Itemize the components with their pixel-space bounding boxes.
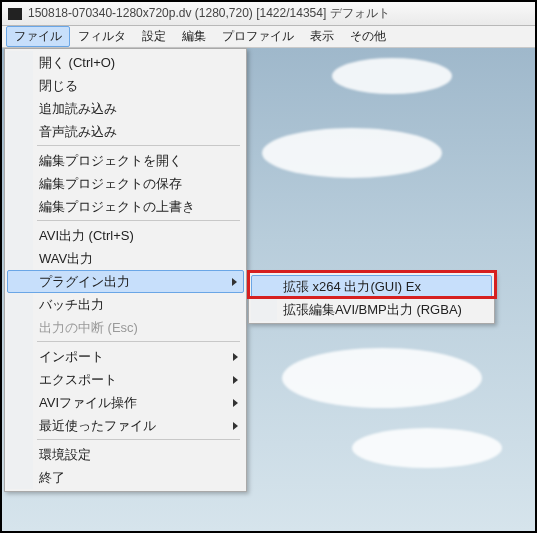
menu-item-label: 最近使ったファイル <box>39 417 156 435</box>
submenu-item-rgba[interactable]: 拡張編集AVI/BMP出力 (RGBA) <box>251 298 492 321</box>
menu-filter[interactable]: フィルタ <box>70 26 134 47</box>
submenu-arrow-icon <box>232 278 237 286</box>
menu-item-exit[interactable]: 終了 <box>7 466 244 489</box>
cloud-decoration <box>262 128 442 178</box>
menu-item-label: 編集プロジェクトを開く <box>39 152 182 170</box>
menu-filter-label: フィルタ <box>78 28 126 45</box>
cloud-decoration <box>352 428 502 468</box>
menu-item-plugin-out[interactable]: プラグイン出力 <box>7 270 244 293</box>
menu-item-add-read[interactable]: 追加読み込み <box>7 97 244 120</box>
menu-item-label: 編集プロジェクトの上書き <box>39 198 195 216</box>
menu-edit[interactable]: 編集 <box>174 26 214 47</box>
menu-other[interactable]: その他 <box>342 26 394 47</box>
menu-item-label: プラグイン出力 <box>39 273 130 291</box>
menu-item-label: WAV出力 <box>39 250 93 268</box>
menu-config[interactable]: 設定 <box>134 26 174 47</box>
titlebar: 150818-070340-1280x720p.dv (1280,720) [1… <box>2 2 535 26</box>
menu-item-label: バッチ出力 <box>39 296 104 314</box>
menu-item-abort-out: 出力の中断 (Esc) <box>7 316 244 339</box>
submenu-arrow-icon <box>233 376 238 384</box>
menu-item-label: 閉じる <box>39 77 78 95</box>
menu-item-export[interactable]: エクスポート <box>7 368 244 391</box>
menu-item-label: 編集プロジェクトの保存 <box>39 175 182 193</box>
menu-item-batch-out[interactable]: バッチ出力 <box>7 293 244 316</box>
menu-profile-label: プロファイル <box>222 28 294 45</box>
app-window: 150818-070340-1280x720p.dv (1280,720) [1… <box>2 2 535 531</box>
submenu-item-x264[interactable]: 拡張 x264 出力(GUI) Ex <box>251 275 492 298</box>
menu-item-label: 音声読み込み <box>39 123 117 141</box>
menu-other-label: その他 <box>350 28 386 45</box>
menu-item-proj-overwrite[interactable]: 編集プロジェクトの上書き <box>7 195 244 218</box>
app-icon <box>8 8 22 20</box>
menu-item-wav-out[interactable]: WAV出力 <box>7 247 244 270</box>
menu-item-label: 環境設定 <box>39 446 91 464</box>
menu-item-open[interactable]: 開く (Ctrl+O) <box>7 51 244 74</box>
cloud-decoration <box>282 348 482 408</box>
menu-item-label: 出力の中断 (Esc) <box>39 319 138 337</box>
submenu-item-label: 拡張 x264 出力(GUI) Ex <box>283 278 421 296</box>
client-area: 開く (Ctrl+O) 閉じる 追加読み込み 音声読み込み 編集プロジェクトを開… <box>2 48 535 531</box>
menu-item-avi-ops[interactable]: AVIファイル操作 <box>7 391 244 414</box>
menu-item-audio-read[interactable]: 音声読み込み <box>7 120 244 143</box>
menu-item-label: エクスポート <box>39 371 117 389</box>
menu-item-label: 開く (Ctrl+O) <box>39 54 115 72</box>
menu-item-label: 終了 <box>39 469 65 487</box>
menu-file-label: ファイル <box>14 28 62 45</box>
menu-view[interactable]: 表示 <box>302 26 342 47</box>
menu-view-label: 表示 <box>310 28 334 45</box>
menu-profile[interactable]: プロファイル <box>214 26 302 47</box>
submenu-arrow-icon <box>233 353 238 361</box>
menu-item-env[interactable]: 環境設定 <box>7 443 244 466</box>
menu-item-proj-open[interactable]: 編集プロジェクトを開く <box>7 149 244 172</box>
menu-config-label: 設定 <box>142 28 166 45</box>
menu-item-label: AVIファイル操作 <box>39 394 137 412</box>
menu-item-recent[interactable]: 最近使ったファイル <box>7 414 244 437</box>
submenu-arrow-icon <box>233 422 238 430</box>
menu-item-close[interactable]: 閉じる <box>7 74 244 97</box>
menu-item-avi-out[interactable]: AVI出力 (Ctrl+S) <box>7 224 244 247</box>
menu-item-label: 追加読み込み <box>39 100 117 118</box>
menu-item-proj-save[interactable]: 編集プロジェクトの保存 <box>7 172 244 195</box>
submenu-item-label: 拡張編集AVI/BMP出力 (RGBA) <box>283 301 462 319</box>
menu-item-label: AVI出力 (Ctrl+S) <box>39 227 134 245</box>
cloud-decoration <box>332 58 452 94</box>
window-title: 150818-070340-1280x720p.dv (1280,720) [1… <box>28 5 390 22</box>
plugin-out-submenu: 拡張 x264 出力(GUI) Ex 拡張編集AVI/BMP出力 (RGBA) <box>248 272 495 324</box>
menu-file[interactable]: ファイル <box>6 26 70 47</box>
file-dropdown: 開く (Ctrl+O) 閉じる 追加読み込み 音声読み込み 編集プロジェクトを開… <box>4 48 247 492</box>
menubar: ファイル フィルタ 設定 編集 プロファイル 表示 その他 <box>2 26 535 48</box>
menu-item-import[interactable]: インポート <box>7 345 244 368</box>
submenu-arrow-icon <box>233 399 238 407</box>
menu-item-label: インポート <box>39 348 104 366</box>
menu-edit-label: 編集 <box>182 28 206 45</box>
